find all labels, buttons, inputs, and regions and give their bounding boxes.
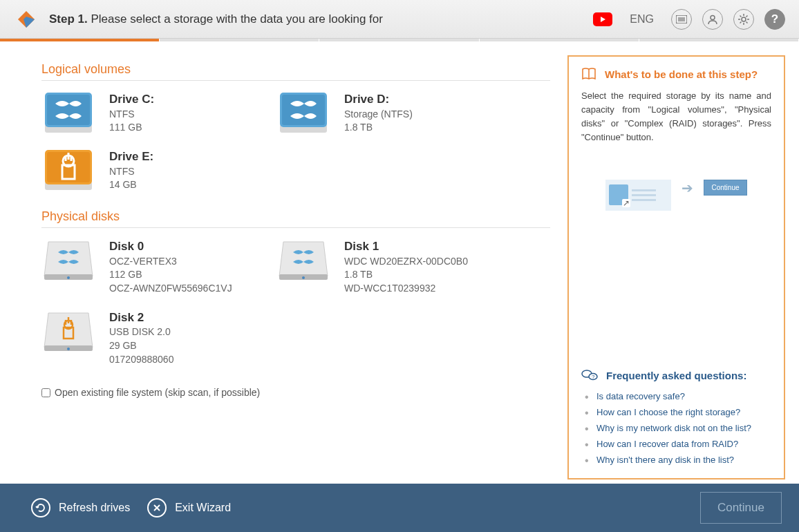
drive-icon <box>41 91 95 134</box>
drive-icon <box>41 238 95 281</box>
storage-name: Disk 1 <box>344 238 468 255</box>
section-logical-title: Logical volumes <box>41 62 550 81</box>
refresh-icon <box>31 498 50 517</box>
storage-meta: 29 GB <box>109 339 173 353</box>
refresh-label: Refresh drives <box>59 502 130 514</box>
storage-name: Drive C: <box>109 91 154 108</box>
storage-meta: WD-WCC1T0239932 <box>344 282 468 296</box>
diagram-continue: Continue <box>704 180 746 196</box>
storage-item[interactable]: Disk 0OCZ-VERTEX3112 GBOCZ-AWNZ0FW55696C… <box>41 231 276 303</box>
storage-item[interactable]: Drive C:NTFS111 GB <box>41 84 276 142</box>
skip-scan-label: Open existing file system (skip scan, if… <box>55 387 260 398</box>
storage-meta: 017209888060 <box>109 353 173 367</box>
drive-icon <box>41 149 95 191</box>
storage-meta: NTFS <box>109 165 153 179</box>
refresh-button[interactable]: Refresh drives <box>31 498 130 517</box>
main-area: Logical volumes Drive C:NTFS111 GBDrive … <box>0 41 799 479</box>
storage-name: Drive E: <box>109 149 153 165</box>
storage-list: Logical volumes Drive C:NTFS111 GBDrive … <box>41 55 567 479</box>
drive-icon <box>41 310 95 352</box>
footer-bar: Refresh drives Exit Wizard Continue <box>0 484 799 532</box>
faq-title: Frequently asked questions: <box>606 370 746 381</box>
license-icon[interactable] <box>671 9 692 30</box>
help-title: What's to be done at this step? <box>605 68 758 80</box>
storage-meta: Storage (NTFS) <box>344 108 413 122</box>
help-text: Select the required storage by its name … <box>581 89 771 145</box>
user-icon[interactable] <box>702 9 723 30</box>
storage-item[interactable]: Drive E:NTFS14 GB <box>41 142 276 199</box>
storage-meta: WDC WD20EZRX-00DC0B0 <box>344 255 468 269</box>
language-selector[interactable]: ENG <box>630 13 654 26</box>
exit-button[interactable]: Exit Wizard <box>147 498 231 517</box>
storage-meta: 112 GB <box>109 268 232 282</box>
storage-meta: 111 GB <box>109 121 154 135</box>
storage-item[interactable]: Disk 2USB DISK 2.029 GB017209888060 <box>41 303 276 374</box>
faq-link[interactable]: How can I choose the right storage? <box>581 404 771 420</box>
skip-scan-checkbox[interactable]: Open existing file system (skip scan, if… <box>41 387 550 398</box>
storage-meta: OCZ-AWNZ0FW55696C1VJ <box>109 282 232 296</box>
storage-meta: 1.8 TB <box>344 121 413 135</box>
youtube-icon[interactable] <box>593 12 612 26</box>
storage-meta: 1.8 TB <box>344 268 468 282</box>
faq-link[interactable]: Why is my network disk not on the list? <box>581 420 771 436</box>
app-logo <box>14 7 39 32</box>
faq-icon: ? <box>581 369 598 381</box>
storage-name: Drive D: <box>344 91 413 108</box>
storage-meta: OCZ-VERTEX3 <box>109 255 232 269</box>
section-physical-title: Physical disks <box>41 209 550 228</box>
drive-icon <box>276 91 330 134</box>
storage-meta: USB DISK 2.0 <box>109 325 173 339</box>
help-panel: What's to be done at this step? Select t… <box>567 55 785 479</box>
storage-meta: 14 GB <box>109 178 153 192</box>
book-icon <box>581 67 596 81</box>
drive-icon <box>276 238 330 281</box>
svg-point-5 <box>742 17 746 21</box>
faq-link[interactable]: Why isn't there any disk in the list? <box>581 452 771 468</box>
svg-point-4 <box>711 15 715 19</box>
progress-bar <box>0 39 799 41</box>
storage-name: Disk 2 <box>109 310 173 326</box>
storage-item[interactable]: Drive D:Storage (NTFS)1.8 TB <box>276 84 511 142</box>
faq-link[interactable]: Is data recovery safe? <box>581 388 771 404</box>
help-icon[interactable]: ? <box>764 9 785 30</box>
step-title: Step 1. Please select a storage with the… <box>49 12 583 26</box>
help-diagram: ➔ Continue <box>581 166 771 338</box>
storage-item[interactable]: Disk 1WDC WD20EZRX-00DC0B01.8 TBWD-WCC1T… <box>276 231 511 303</box>
close-icon <box>147 498 167 517</box>
faq-link[interactable]: How can I recover data from RAID? <box>581 436 771 452</box>
storage-name: Disk 0 <box>109 238 232 255</box>
continue-button[interactable]: Continue <box>700 492 782 524</box>
storage-meta: NTFS <box>109 108 154 122</box>
svg-text:?: ? <box>592 374 595 380</box>
skip-scan-input[interactable] <box>41 388 50 397</box>
settings-icon[interactable] <box>733 9 754 30</box>
exit-label: Exit Wizard <box>175 502 231 514</box>
header-bar: Step 1. Please select a storage with the… <box>0 0 799 39</box>
